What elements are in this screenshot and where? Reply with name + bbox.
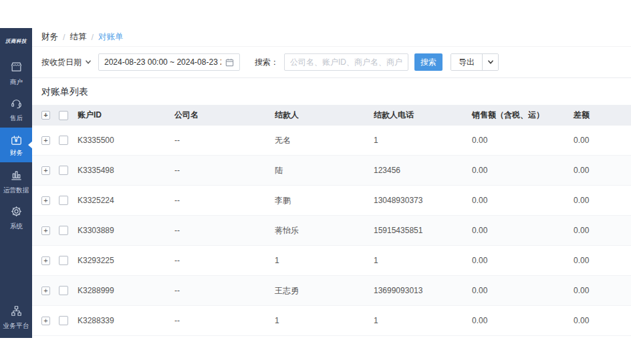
cell-sales-amount: 0.00 [472, 196, 574, 205]
breadcrumb-item-settlement[interactable]: 结算 [70, 31, 86, 43]
cell-account-id: K3303889 [78, 226, 174, 235]
cell-payee: 无名 [275, 135, 374, 146]
row-checkbox[interactable] [59, 316, 68, 325]
row-checkbox[interactable] [59, 136, 68, 145]
table-row: + K3335500 -- 无名 1 0.00 0.00 [32, 126, 631, 156]
cell-company-name: -- [174, 226, 275, 235]
filter-bar: 按收货日期 搜索： 搜索 导出 [32, 47, 631, 78]
sidebar-item-operations-data[interactable]: 运营数据 [0, 164, 32, 198]
page: 沃商科技 商户 售后 ¥ 财务 [0, 0, 631, 364]
row-checkbox[interactable] [59, 286, 68, 295]
sidebar-item-aftersales[interactable]: 售后 [0, 92, 32, 126]
storefront-icon [10, 61, 23, 76]
search-label: 搜索： [255, 57, 279, 68]
cell-difference: 0.00 [574, 286, 631, 295]
table-body: + K3335500 -- 无名 1 0.00 0.00 + K3335498 … [32, 126, 631, 336]
table-row: + K3325224 -- 李鹏 13048930373 0.00 0.00 [32, 186, 631, 216]
row-checkbox[interactable] [59, 226, 68, 235]
select-all-checkbox[interactable] [59, 111, 68, 120]
cell-difference: 0.00 [574, 226, 631, 235]
expand-row-button[interactable]: + [41, 256, 50, 265]
row-checkbox[interactable] [59, 196, 68, 205]
cell-payee: 李鹏 [275, 195, 374, 206]
search-input[interactable] [284, 53, 408, 71]
sidebar-item-business-platform[interactable]: 业务平台 [0, 299, 32, 334]
finance-bill-icon: ¥ [10, 134, 23, 147]
cell-account-id: K3293225 [78, 256, 174, 265]
cell-company-name: -- [174, 196, 275, 205]
cell-payee-phone: 1 [374, 316, 472, 325]
main-content: 财务 / 结算 / 对账单 按收货日期 搜索： 搜索 导出 [32, 28, 631, 338]
search-button[interactable]: 搜索 [414, 53, 443, 71]
expand-row-button[interactable]: + [41, 136, 50, 145]
breadcrumb: 财务 / 结算 / 对账单 [32, 28, 631, 47]
date-range-input[interactable] [104, 57, 221, 67]
gear-icon [10, 205, 23, 220]
cell-payee-phone: 13048930373 [374, 196, 472, 205]
cell-account-id: K3288339 [78, 316, 174, 325]
expand-row-button[interactable]: + [41, 317, 50, 325]
column-header: 账户ID [78, 110, 174, 121]
sidebar-item-label: 运营数据 [3, 186, 29, 193]
expand-row-button[interactable]: + [41, 287, 50, 295]
chevron-down-icon [85, 59, 92, 65]
date-type-label: 按收货日期 [41, 57, 82, 68]
row-checkbox[interactable] [59, 256, 68, 265]
column-header: 结款人电话 [374, 110, 472, 121]
breadcrumb-item-statement: 对账单 [98, 31, 124, 43]
expand-row-button[interactable]: + [41, 166, 50, 175]
breadcrumb-separator: / [91, 33, 93, 42]
cell-account-id: K3288999 [78, 286, 174, 295]
logo: 沃商科技 [0, 28, 32, 55]
cell-sales-amount: 0.00 [472, 226, 574, 235]
expand-all-button[interactable]: + [41, 111, 50, 120]
export-button[interactable]: 导出 [451, 54, 482, 70]
cell-difference: 0.00 [574, 166, 631, 175]
sidebar-item-finance[interactable]: ¥ 财务 [0, 128, 32, 162]
expand-row-button[interactable]: + [41, 226, 50, 235]
headset-icon [10, 97, 23, 112]
cell-company-name: -- [174, 316, 275, 325]
column-header: 销售额（含税、运） [472, 110, 574, 121]
sidebar-item-label: 商户 [9, 78, 22, 85]
bar-chart-icon [10, 169, 23, 184]
expand-row-button[interactable]: + [41, 196, 50, 205]
table-row: + K3293225 -- 1 1 0.00 0.00 [32, 246, 631, 276]
sidebar-item-merchant[interactable]: 商户 [0, 55, 32, 90]
row-checkbox[interactable] [59, 166, 68, 175]
cell-payee-phone: 123456 [374, 166, 472, 175]
date-type-select[interactable]: 按收货日期 [41, 57, 92, 68]
table-row: + K3303889 -- 蒋怡乐 15915435851 0.00 0.00 [32, 216, 631, 246]
sidebar-item-label: 系统 [9, 222, 22, 229]
sidebar: 沃商科技 商户 售后 ¥ 财务 [0, 28, 32, 338]
cell-company-name: -- [174, 286, 275, 295]
cell-payee-phone: 1 [374, 256, 472, 265]
statement-table: + 账户ID 公司名 结款人 结款人电话 销售额（含税、运） 差额 + K333… [32, 105, 631, 336]
export-dropdown-toggle[interactable] [482, 54, 498, 70]
date-range-picker[interactable] [98, 53, 240, 71]
cell-company-name: -- [174, 136, 275, 145]
breadcrumb-separator: / [63, 33, 65, 42]
breadcrumb-item-finance[interactable]: 财务 [41, 31, 58, 43]
cell-payee: 蒋怡乐 [275, 225, 374, 236]
page-title: 对账单列表 [32, 78, 631, 105]
cell-payee-phone: 13699093013 [374, 286, 472, 295]
sidebar-item-system[interactable]: 系统 [0, 200, 32, 234]
cell-difference: 0.00 [574, 196, 631, 205]
calendar-icon [225, 58, 234, 67]
cell-payee: 陆 [275, 165, 374, 176]
sidebar-item-label: 售后 [9, 114, 22, 121]
sidebar-item-label: 业务平台 [3, 322, 29, 329]
table-row: + K3288339 -- 1 1 0.00 0.00 [32, 306, 631, 336]
table-header: + 账户ID 公司名 结款人 结款人电话 销售额（含税、运） 差额 [32, 105, 631, 126]
cell-sales-amount: 0.00 [472, 136, 574, 145]
cell-account-id: K3335498 [78, 166, 174, 175]
table-row: + K3288999 -- 王志勇 13699093013 0.00 0.00 [32, 276, 631, 306]
cell-sales-amount: 0.00 [472, 316, 574, 325]
sidebar-item-label: 财务 [9, 149, 22, 156]
cell-difference: 0.00 [574, 136, 631, 145]
cell-company-name: -- [174, 166, 275, 175]
cell-payee-phone: 1 [374, 136, 472, 145]
cell-payee: 1 [275, 256, 374, 265]
cell-account-id: K3335500 [78, 136, 174, 145]
